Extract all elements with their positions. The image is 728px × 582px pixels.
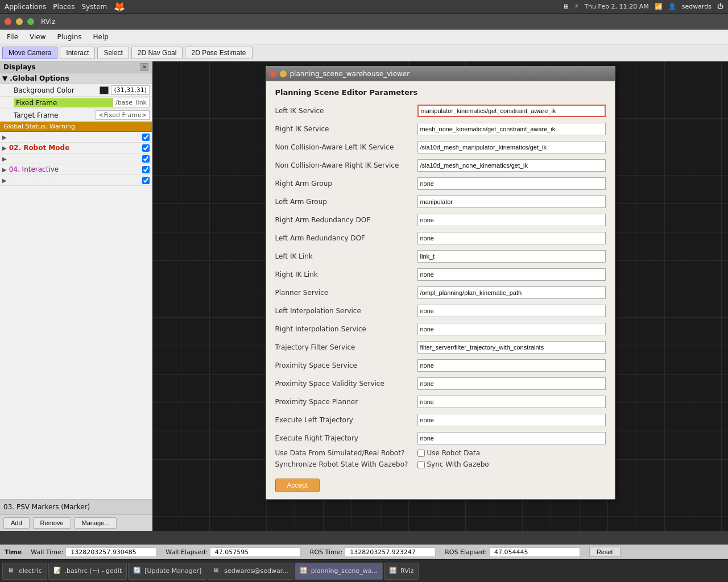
display-04-checkbox[interactable] bbox=[142, 166, 150, 173]
display-05-checkbox[interactable] bbox=[142, 177, 150, 184]
target-frame-item: Target Frame <Fixed Frame> bbox=[0, 109, 152, 122]
dialog-close-btn[interactable] bbox=[270, 70, 276, 77]
form-row-5: Left Arm Group bbox=[275, 194, 606, 209]
form-input-10[interactable] bbox=[417, 286, 606, 299]
form-input-2[interactable] bbox=[417, 141, 606, 153]
fixed-frame-label: Fixed Frame bbox=[14, 98, 113, 107]
taskbar-label-rviz: RViz bbox=[400, 567, 413, 575]
taskbar-label-bashrc: .bashrc (~) - gedit bbox=[65, 567, 122, 575]
remove-button[interactable]: Remove bbox=[33, 517, 71, 529]
form-input-11[interactable] bbox=[417, 305, 606, 317]
taskbar-item-electric[interactable]: 🖥 electric bbox=[2, 563, 47, 580]
dialog: planning_scene_warehouse_viewer Planning… bbox=[266, 66, 615, 500]
status-bar: Time Wall Time: 1328203257.930485 Wall E… bbox=[0, 544, 728, 559]
system-menu[interactable]: System bbox=[81, 3, 107, 11]
display-row-03[interactable]: ▶ 03. PSV Markers bbox=[0, 153, 152, 164]
form-input-0[interactable] bbox=[417, 105, 606, 117]
app-title: RViz bbox=[41, 18, 55, 26]
toolbar: Move Camera Interact Select 2D Nav Goal … bbox=[0, 44, 728, 61]
display-row-04[interactable]: ▶ 04. Interactive bbox=[0, 164, 152, 175]
checkbox-0[interactable] bbox=[417, 450, 425, 457]
reset-button[interactable]: Reset bbox=[589, 547, 621, 557]
taskbar-icon-update-manager: 🔄 bbox=[133, 567, 142, 576]
expand-icon-04: ▶ bbox=[2, 167, 7, 173]
dialog-body: Planning Scene Editor Parameters Left IK… bbox=[266, 81, 615, 499]
places-menu[interactable]: Places bbox=[53, 3, 75, 11]
form-label-16: Proximity Space Planner bbox=[275, 398, 417, 406]
form-input-5[interactable] bbox=[417, 196, 606, 208]
form-row-10: Planner Service bbox=[275, 285, 606, 300]
expand-icon: ▼ bbox=[2, 74, 7, 82]
taskbar-item-rviz[interactable]: 🪟 RViz bbox=[384, 563, 419, 580]
form-label-15: Proximity Space Validity Service bbox=[275, 380, 417, 388]
form-input-4[interactable] bbox=[417, 177, 606, 190]
dialog-min-btn[interactable] bbox=[280, 70, 287, 77]
accept-button[interactable]: Accept bbox=[275, 479, 320, 492]
window-min-btn[interactable] bbox=[16, 18, 23, 25]
form-input-15[interactable] bbox=[417, 377, 606, 390]
global-options-label: .Global Options bbox=[10, 74, 69, 82]
taskbar-item-update-manager[interactable]: 🔄 [Update Manager] bbox=[128, 563, 206, 580]
menu-view[interactable]: View bbox=[25, 32, 50, 42]
window-close-btn[interactable] bbox=[5, 18, 11, 25]
form-label-6: Right Arm Redundancy DOF bbox=[275, 216, 417, 224]
menu-file[interactable]: File bbox=[2, 32, 23, 42]
form-input-3[interactable] bbox=[417, 159, 606, 172]
wifi-icon: 📶 bbox=[655, 3, 663, 10]
form-input-13[interactable] bbox=[417, 341, 606, 354]
display-01-checkbox[interactable] bbox=[142, 134, 150, 141]
form-input-7[interactable] bbox=[417, 232, 606, 244]
form-label-11: Left Interpolation Service bbox=[275, 307, 417, 315]
taskbar-label-planning-scene: planning_scene_wa... bbox=[311, 567, 378, 575]
toolbar-move-camera[interactable]: Move Camera bbox=[2, 47, 57, 59]
dialog-title-text: planning_scene_warehouse_viewer bbox=[290, 70, 611, 78]
form-label-12: Right Interpolation Service bbox=[275, 325, 417, 333]
form-fields: Left IK ServiceRight IK ServiceNon Colli… bbox=[275, 103, 606, 446]
form-input-16[interactable] bbox=[417, 396, 606, 408]
display-row-05[interactable]: ▶ 05. Plannning S bbox=[0, 175, 152, 186]
toolbar-interact[interactable]: Interact bbox=[60, 47, 95, 59]
status-warning-label: Global Status: Warning bbox=[3, 123, 75, 130]
toolbar-select[interactable]: Select bbox=[97, 47, 129, 59]
form-label-18: Execute Right Trajectory bbox=[275, 434, 417, 442]
display-row-01[interactable]: ▶ 01. Grid (Grid) bbox=[0, 132, 152, 143]
form-input-18[interactable] bbox=[417, 432, 606, 444]
form-input-14[interactable] bbox=[417, 359, 606, 372]
display-04-name: 04. Interactive bbox=[9, 165, 140, 173]
taskbar-item-bashrc[interactable]: 📝 .bashrc (~) - gedit bbox=[48, 563, 127, 580]
checkbox-1[interactable] bbox=[417, 461, 425, 468]
menu-bar: File View Plugins Help bbox=[0, 30, 728, 44]
form-row-17: Execute Left Trajectory bbox=[275, 413, 606, 427]
firefox-icon[interactable]: 🦊 bbox=[114, 1, 125, 12]
checkbox-group-0: Use Robot Data bbox=[417, 449, 481, 457]
panel-bottom: 03. PSV Markers (Marker) bbox=[0, 499, 152, 514]
display-row-02[interactable]: ▶ 02. Robot Mode bbox=[0, 143, 152, 153]
form-label-14: Proximity Space Service bbox=[275, 361, 417, 369]
displays-close-btn[interactable]: ✕ bbox=[140, 63, 148, 71]
taskbar-item-planning-scene[interactable]: 🪟 planning_scene_wa... bbox=[295, 563, 383, 580]
form-input-12[interactable] bbox=[417, 323, 606, 335]
form-input-6[interactable] bbox=[417, 214, 606, 226]
global-options-header[interactable]: ▼ .Global Options bbox=[0, 73, 152, 84]
taskbar-item-terminal[interactable]: 🖥 sedwards@sedwar... bbox=[208, 563, 293, 580]
form-input-8[interactable] bbox=[417, 250, 606, 263]
display-02-checkbox[interactable] bbox=[142, 144, 150, 152]
toolbar-2d-pose-estimate[interactable]: 2D Pose Estimate bbox=[185, 47, 252, 59]
form-row-18: Execute Right Trajectory bbox=[275, 431, 606, 446]
form-input-9[interactable] bbox=[417, 268, 606, 281]
background-color-swatch[interactable] bbox=[100, 86, 109, 94]
form-row-13: Trajectory Filter Service bbox=[275, 340, 606, 355]
window-max-btn[interactable] bbox=[27, 18, 34, 25]
form-input-1[interactable] bbox=[417, 123, 606, 135]
menu-plugins[interactable]: Plugins bbox=[53, 32, 86, 42]
menu-help[interactable]: Help bbox=[89, 32, 113, 42]
manage-button[interactable]: Manage... bbox=[75, 517, 117, 529]
checkbox-rows: Use Data From Simulated/Real Robot?Use R… bbox=[275, 449, 606, 468]
display-03-checkbox[interactable] bbox=[142, 155, 150, 163]
target-frame-value[interactable]: <Fixed Frame> bbox=[96, 110, 150, 120]
fixed-frame-value[interactable]: /base_link bbox=[113, 98, 150, 107]
applications-menu[interactable]: Applications bbox=[5, 3, 46, 11]
add-button[interactable]: Add bbox=[3, 517, 30, 529]
form-input-17[interactable] bbox=[417, 414, 606, 426]
toolbar-2d-nav-goal[interactable]: 2D Nav Goal bbox=[131, 47, 183, 59]
